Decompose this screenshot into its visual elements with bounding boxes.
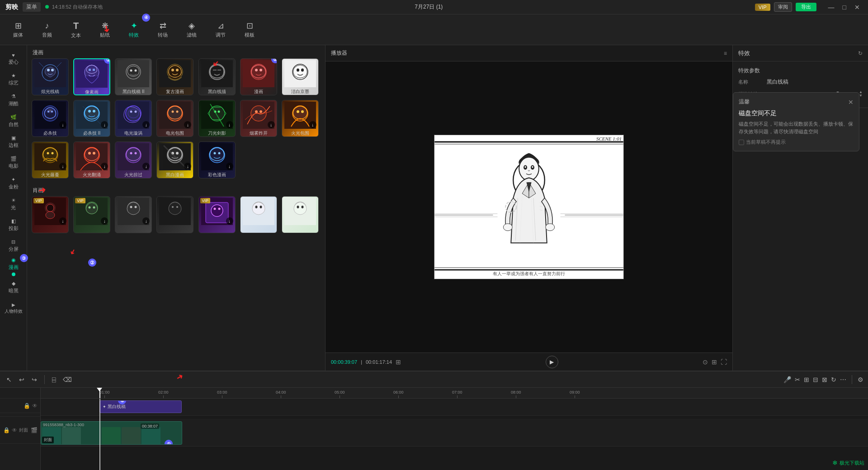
effect-card-xuanguang[interactable]: 炫光线稿 [32,58,69,95]
grid-icon[interactable]: ⊞ [396,358,401,366]
redo-button[interactable]: ↪ [30,375,39,384]
arrow-down[interactable]: ▼ [859,94,863,98]
effect-card-huoguangbaowo[interactable]: 火光包围 ↓ [282,100,319,137]
effect-card-caosemanghua[interactable]: 彩色漫画 ↓ [198,141,236,179]
toolbar-effects[interactable]: ✦ 特效 ④ [120,17,147,42]
download-15[interactable]: ↓ [59,163,66,170]
effect-card-retro[interactable]: 复古漫画 [156,58,193,95]
sidebar-shadow[interactable]: ◧ 投影 [2,215,25,235]
sidebar-love[interactable]: ♥ 爱心 [2,49,25,69]
effect-card-bishajijia[interactable]: 必杀技 ↓ [32,100,69,137]
track-eye-icon-video[interactable]: 👁 [12,427,17,433]
toolbar-templates[interactable]: ⊡ 模板 [236,17,263,42]
effect-card-bw2[interactable]: 黑白线稿 II [115,58,152,95]
vip-badge[interactable]: VIP [755,4,770,11]
refresh-icon[interactable]: ↻ [858,50,863,56]
portrait-card-6[interactable] [240,196,277,233]
sidebar-variety[interactable]: ★ 综艺 [2,70,25,89]
portrait-card-1[interactable]: VIP ↓ [32,196,69,233]
select-tool[interactable]: ↖ [5,375,14,384]
more-icon[interactable]: ⋯ [840,376,846,383]
download-13[interactable]: ↓ [268,121,275,128]
fullscreen-icon[interactable]: ⛶ [721,358,727,366]
sidebar-retro[interactable]: ⚗ 潮酷 [2,90,25,110]
track-lock-icon-video[interactable]: 🔒 [3,427,10,433]
track-eye-icon-fx[interactable]: 👁 [32,403,38,409]
portrait-card-4[interactable] [156,196,193,233]
menu-button[interactable]: 菜单 [23,2,41,12]
zoom-icon[interactable]: ⊙ [703,358,708,366]
effect-card-dianguangxuanwo[interactable]: 电光漩涡 ↓ [115,100,152,137]
download-12[interactable]: ↓ [226,121,233,128]
sidebar-light[interactable]: ☀ 光 [2,194,25,214]
loop-icon[interactable]: ↻ [831,376,836,383]
align-icon[interactable]: ⊟ [813,376,818,383]
toolbar-audio[interactable]: ♪ 音频 [33,17,61,42]
notif-checkbox[interactable] [739,140,744,145]
effect-clip-icon: ✦ [103,404,106,409]
effect-card-huoguangfanyong[interactable]: 火光翻涌 ↓ [73,141,110,179]
close-button[interactable]: ✕ [852,4,863,11]
toolbar-filter[interactable]: ◈ 滤镜 [178,17,205,42]
review-button[interactable]: 审阅 [774,2,792,12]
toolbar-edit[interactable]: ⊿ 调节 [207,17,234,42]
sidebar-split[interactable]: ⊟ 分屏 [2,236,25,256]
track-lock-icon-fx[interactable]: 🔒 [24,403,30,409]
card-img-3 [115,59,151,88]
download-p1[interactable]: ↓ [59,217,66,225]
sidebar-nature[interactable]: 🌿 自然 [2,111,25,131]
effect-card-daogaujianying[interactable]: 刀光剑影 ↓ [198,100,236,137]
sidebar-movie[interactable]: 🎬 电影 [2,153,25,173]
trim-icon[interactable]: ✂ [795,376,800,383]
toolbar-sticker[interactable]: ❋ 贴纸 [91,17,118,42]
watermark: ❄ 极光下载站 [832,459,864,466]
effect-card-huoguangtengman[interactable]: 火光藤蔓 ↓ [32,141,69,179]
download-8[interactable]: ↓ [59,121,66,128]
toolbar-media[interactable]: ⊞ 媒体 [5,17,32,42]
effect-card-bishajiji2[interactable]: 必杀技 II ↓ [73,100,110,137]
portrait-card-3[interactable]: ↓ [115,196,152,233]
notif-close-button[interactable]: ✕ [848,99,854,106]
delete-button[interactable]: ⌫ [61,375,74,384]
undo-button[interactable]: ↩ [17,375,26,384]
effect-card-jiebaijingmo[interactable]: 洁白京墨 [282,58,319,95]
mic-icon[interactable]: 🎤 [783,376,791,383]
center-icon[interactable]: ⊠ [822,376,827,383]
toolbar-text[interactable]: T 文本 [62,17,90,42]
effect-card-manga[interactable]: 漫画 ⑤ [240,58,277,95]
card-img-1 [32,59,68,88]
toolbar-transition[interactable]: ⇄ 转场 [149,17,176,42]
portrait-card-7[interactable] [282,196,319,233]
portrait-card-2[interactable]: VIP ↓ [73,196,110,233]
video-clip[interactable]: 991558388_nb3-1-300 00:38:07 ① [41,421,182,445]
no-show-label[interactable]: 当前草稿不再提示 [746,139,786,146]
sidebar-character[interactable]: ▶ 人物特效 [2,298,25,318]
settings-icon[interactable]: ⚙ [858,376,863,383]
effect-card-yanwuzhakai[interactable]: 烟雾炸开 ↓ [240,100,277,137]
play-button[interactable]: ▶ [546,356,558,368]
download-19[interactable]: ↓ [226,163,233,170]
minimize-button[interactable]: — [826,4,837,11]
effect-card-dianguangbaowo[interactable]: 电光包围 ↓ [156,100,193,137]
effect-card-pixel[interactable]: 像素画 ① [73,58,110,95]
playhead-needle [97,388,102,391]
effect-clip[interactable]: ✦ 黑白线稿 ⑥ [99,400,182,413]
sidebar-gold[interactable]: ✦ 金粉 [2,174,25,193]
download-p5[interactable]: ↓ [226,217,233,225]
effect-card-bwline[interactable]: 黑白线描 [198,58,236,95]
compare-icon[interactable]: ⊞ [712,358,717,366]
sidebar-border[interactable]: ▣ 边框 [2,132,25,152]
active-dot [12,273,15,276]
sidebar-dark[interactable]: ◆ 暗黑 [2,277,25,297]
sidebar-anime[interactable]: ◉ 漫画 ③ [2,257,25,277]
effect-card-huoguanglyuguo[interactable]: 火光掠过 ↓ [115,141,152,179]
maximize-button[interactable]: □ [840,4,849,11]
export-button[interactable]: 导出 [796,3,816,11]
preview-menu-icon[interactable]: ≡ [724,50,727,56]
download-14[interactable]: ↓ [309,121,316,128]
resize-icon[interactable]: ⊞ [804,376,809,383]
effect-card-heibaimanghua[interactable]: 黑白漫画 ↓ [156,141,193,179]
portrait-card-5[interactable]: VIP ↓ [198,196,236,233]
split-button[interactable]: ⌸ [50,375,57,384]
svg-text:有人一举成为强者有人一直努力前行: 有人一举成为强者有人一直努力前行 [493,271,565,276]
